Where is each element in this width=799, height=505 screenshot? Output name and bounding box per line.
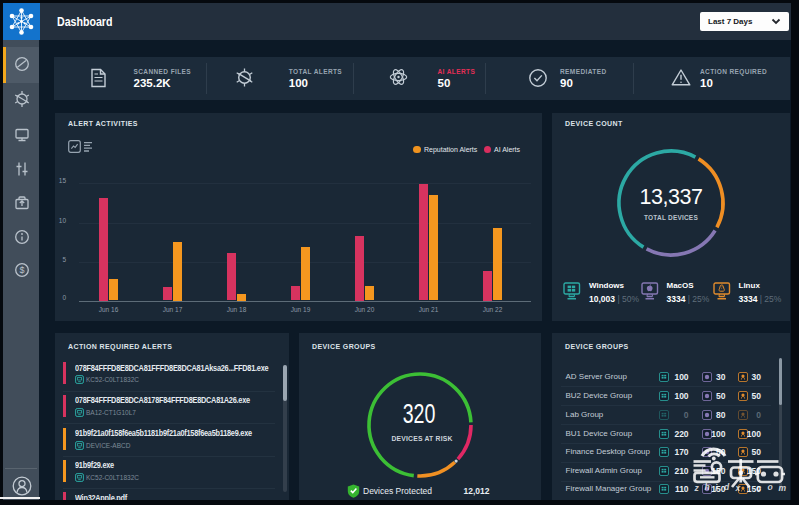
svg-text:x: x — [735, 483, 742, 493]
svg-text:m: m — [779, 483, 787, 493]
svg-text:o: o — [768, 482, 773, 492]
svg-text:z: z — [694, 483, 700, 493]
svg-text:c: c — [757, 483, 762, 493]
svg-text:i: i — [715, 483, 718, 493]
svg-text:$: $ — [19, 265, 24, 275]
svg-text:h: h — [705, 482, 710, 492]
svg-text:d: d — [724, 482, 730, 492]
